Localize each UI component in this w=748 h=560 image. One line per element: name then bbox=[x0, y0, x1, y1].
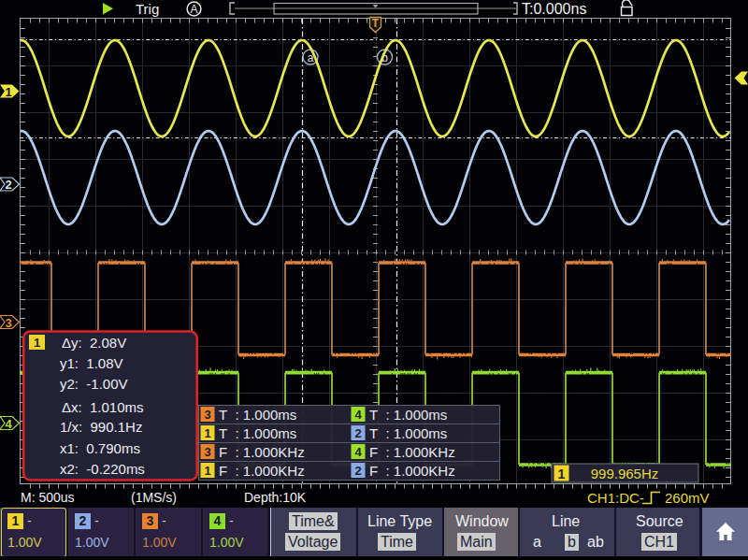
svg-text:4: 4 bbox=[354, 408, 362, 422]
svg-text:1: 1 bbox=[204, 464, 210, 478]
svg-text:3: 3 bbox=[5, 316, 11, 330]
svg-text:y2: -1.00V: y2: -1.00V bbox=[60, 376, 128, 392]
svg-text:1: 1 bbox=[34, 336, 40, 350]
svg-text:T:0.000ns: T:0.000ns bbox=[522, 1, 586, 17]
svg-text:M: 500us: M: 500us bbox=[21, 490, 75, 505]
svg-text:999.965Hz: 999.965Hz bbox=[591, 466, 659, 481]
svg-text:T: T bbox=[372, 17, 380, 30]
svg-text:T : 1.000ms: T : 1.000ms bbox=[369, 425, 447, 441]
svg-text:A: A bbox=[190, 3, 197, 16]
svg-text:1/x: 990.1Hz: 1/x: 990.1Hz bbox=[60, 419, 142, 435]
svg-text:x1: 0.790ms: x1: 0.790ms bbox=[60, 440, 140, 456]
svg-text:(1MS/s): (1MS/s) bbox=[131, 490, 177, 505]
svg-text:CH1:DC-: CH1:DC- bbox=[587, 490, 644, 506]
svg-text:4: 4 bbox=[5, 417, 12, 431]
svg-text:260mV: 260mV bbox=[665, 490, 710, 506]
svg-text:F : 1.000KHz: F : 1.000KHz bbox=[219, 463, 305, 479]
svg-text:T : 1.000ms: T : 1.000ms bbox=[219, 425, 296, 441]
svg-text:3: 3 bbox=[204, 408, 210, 422]
svg-text:Δy: 2.08V: Δy: 2.08V bbox=[62, 335, 126, 351]
svg-text:F : 1.000KHz: F : 1.000KHz bbox=[219, 444, 305, 460]
svg-text:1: 1 bbox=[5, 85, 11, 99]
svg-text:T : 1.000ms: T : 1.000ms bbox=[219, 407, 296, 423]
svg-text:F : 1.000KHz: F : 1.000KHz bbox=[369, 444, 455, 460]
svg-text:Δx: 1.010ms: Δx: 1.010ms bbox=[62, 399, 144, 415]
svg-text:T : 1.000ms: T : 1.000ms bbox=[369, 407, 447, 423]
svg-text:3: 3 bbox=[204, 445, 210, 459]
svg-text:2: 2 bbox=[5, 178, 11, 192]
svg-text:2: 2 bbox=[354, 464, 361, 478]
svg-text:4: 4 bbox=[354, 445, 362, 459]
svg-text:2: 2 bbox=[354, 426, 361, 440]
svg-text:F : 1.000KHz: F : 1.000KHz bbox=[369, 463, 455, 479]
svg-text:1: 1 bbox=[558, 467, 566, 481]
svg-text:Trig: Trig bbox=[136, 1, 159, 17]
svg-text:y1: 1.08V: y1: 1.08V bbox=[60, 355, 123, 371]
svg-text:x2: -0.220ms: x2: -0.220ms bbox=[60, 461, 145, 477]
svg-text:Depth:10K: Depth:10K bbox=[244, 490, 307, 505]
svg-text:1: 1 bbox=[204, 426, 210, 440]
